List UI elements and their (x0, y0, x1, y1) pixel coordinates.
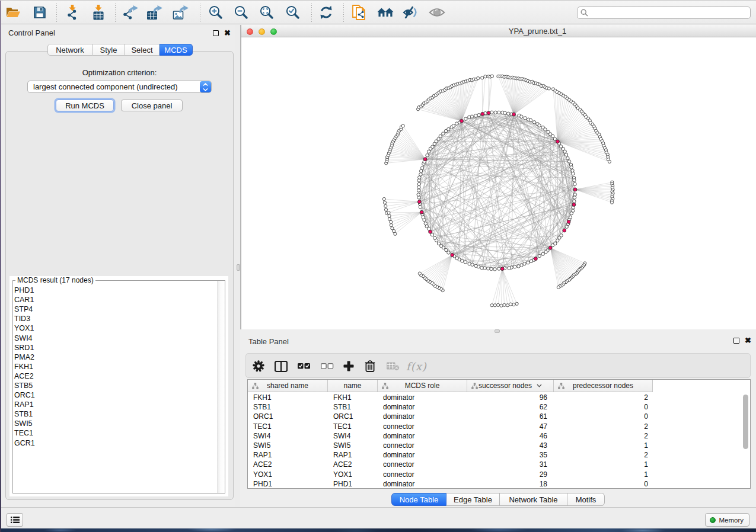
mcds-result-item[interactable]: SRD1 (14, 343, 216, 352)
mcds-result-item[interactable]: STB5 (14, 381, 216, 390)
delete-icon[interactable] (365, 354, 375, 379)
select-all-icon[interactable] (298, 354, 311, 379)
mcds-result-scrollbar[interactable] (217, 281, 225, 493)
cell: 0 (554, 402, 648, 412)
mcds-result-item[interactable]: STB1 (14, 409, 216, 419)
tab-mcds[interactable]: MCDS (160, 44, 193, 56)
column-header-predecessor-nodes[interactable]: predecessor nodes (554, 380, 653, 392)
table-panel-float-icon[interactable] (733, 338, 739, 344)
network-window-titlebar[interactable]: YPA_prune.txt_1 (241, 25, 756, 37)
mcds-result-item[interactable]: RAP1 (14, 400, 216, 409)
cell: 2 (554, 422, 648, 431)
import-network-icon[interactable] (64, 4, 81, 21)
table-row[interactable]: SWI4SWI4dominator462 (248, 431, 750, 441)
column-header-MCDS-role[interactable]: MCDS role (378, 380, 467, 392)
mcds-result-item[interactable]: TEC1 (14, 428, 216, 438)
network-graph[interactable] (241, 38, 756, 329)
save-session-icon[interactable] (31, 4, 48, 21)
zoom-fit-icon[interactable] (259, 4, 275, 21)
column-header-shared-name[interactable]: shared name (248, 380, 328, 392)
shared-column-icon (558, 383, 564, 389)
open-session-icon[interactable] (5, 4, 21, 21)
tab-style[interactable]: Style (92, 44, 125, 56)
tab-network[interactable]: Network (47, 44, 92, 56)
mcds-result-item[interactable]: SWI4 (14, 333, 216, 342)
table-row[interactable]: YOX1YOX1connector291 (248, 470, 750, 479)
cell: 31 (467, 460, 547, 469)
zoom-in-icon[interactable] (208, 4, 224, 21)
search-icon (580, 9, 588, 17)
toolbar-separator (115, 4, 116, 22)
export-network-icon[interactable] (122, 4, 139, 21)
run-mcds-button[interactable]: Run MCDS (56, 100, 114, 111)
table-row[interactable]: ACE2ACE2connector311 (248, 460, 750, 469)
mcds-result-item[interactable]: ACE2 (14, 371, 216, 381)
table-row[interactable]: ORC1ORC1dominator610 (248, 412, 750, 421)
zoom-out-icon[interactable] (233, 4, 250, 21)
hide-selected-icon[interactable] (403, 4, 419, 21)
table-row[interactable]: FKH1FKH1dominator962 (248, 393, 750, 402)
tab-motifs[interactable]: Motifs (567, 493, 605, 506)
zoom-selected-icon[interactable] (285, 4, 301, 21)
table-row[interactable]: TEC1TEC1connector472 (248, 422, 750, 431)
show-columns-icon[interactable] (275, 354, 288, 379)
mcds-result-item[interactable]: GCR1 (14, 438, 216, 448)
mcds-result-item[interactable]: STP4 (14, 305, 216, 314)
network-canvas[interactable] (241, 38, 756, 329)
mcds-result-item[interactable]: YOX1 (14, 323, 216, 333)
table-panel-close-icon[interactable]: ✖ (745, 338, 751, 344)
memory-button[interactable]: Memory (705, 513, 749, 527)
horizontal-splitter-handle[interactable] (495, 329, 500, 333)
cell: dominator (383, 412, 414, 421)
icon-graphic (352, 4, 367, 21)
table-panel-tabs: Node TableEdge TableNetwork TableMotifs (240, 493, 756, 506)
column-header-successor-nodes[interactable]: successor nodes (467, 380, 554, 392)
shared-column-icon (252, 383, 259, 389)
mcds-result-item[interactable]: FKH1 (14, 362, 216, 371)
tab-select[interactable]: Select (125, 44, 160, 56)
mcds-result-item[interactable]: CAR1 (14, 295, 216, 305)
dropdown-stepper-icon (200, 81, 211, 92)
tab-node-table[interactable]: Node Table (391, 493, 446, 506)
window-maximize-traffic-light[interactable] (270, 28, 277, 35)
window-close-traffic-light[interactable] (247, 28, 253, 35)
window-minimize-traffic-light[interactable] (259, 28, 265, 35)
unselect-all-icon[interactable] (321, 354, 334, 379)
tab-edge-table[interactable]: Edge Table (446, 493, 500, 506)
mcds-result-item[interactable]: TID3 (14, 314, 216, 323)
icon-graphic (285, 5, 301, 20)
mcds-result-item[interactable]: SWI5 (14, 419, 216, 428)
table-row[interactable]: RAP1RAP1dominator352 (248, 450, 750, 460)
mcds-result-item[interactable]: PHD1 (14, 286, 216, 295)
criterion-dropdown[interactable]: largest connected component (undirected) (27, 81, 212, 93)
mcds-result-list[interactable]: PHD1CAR1STP4TID3YOX1SWI4SRD1PMA2FKH1ACE2… (14, 286, 216, 448)
mcds-result-group: MCDS result (17 nodes) PHD1CAR1STP4TID3Y… (9, 276, 228, 496)
add-icon[interactable] (343, 354, 354, 379)
node-table-scrollbar-thumb[interactable] (743, 395, 748, 449)
close-panel-button[interactable]: Close panel (121, 100, 183, 111)
mcds-result-item[interactable]: PMA2 (14, 352, 216, 362)
duplicate-network-icon[interactable] (351, 4, 368, 21)
settings-gear-icon[interactable] (253, 354, 264, 379)
cell: RAP1 (253, 450, 272, 460)
tab-network-table[interactable]: Network Table (500, 493, 567, 506)
search-box[interactable] (577, 7, 751, 19)
table-row[interactable]: PHD1PHD1dominator180 (248, 479, 750, 489)
table-row[interactable]: SWI5SWI5connector431 (248, 441, 750, 450)
table-row[interactable]: STB1STB1dominator620 (248, 402, 750, 412)
show-all-icon[interactable] (429, 4, 445, 21)
control-panel-float-icon[interactable] (213, 30, 219, 36)
column-header-name[interactable]: name (328, 380, 378, 392)
refresh-view-icon[interactable] (318, 4, 334, 21)
first-neighbors-icon[interactable] (377, 4, 394, 21)
vertical-splitter-handle[interactable] (237, 264, 240, 271)
control-panel-close-icon[interactable]: ✖ (224, 30, 231, 36)
export-image-icon[interactable] (173, 4, 189, 21)
cell: YOX1 (253, 470, 272, 479)
task-history-button[interactable] (7, 513, 23, 527)
import-table-icon[interactable] (90, 4, 107, 21)
search-input[interactable] (591, 9, 750, 17)
export-table-icon[interactable] (146, 4, 163, 21)
mcds-result-item[interactable]: ORC1 (14, 390, 216, 400)
shared-column-icon (471, 383, 478, 389)
